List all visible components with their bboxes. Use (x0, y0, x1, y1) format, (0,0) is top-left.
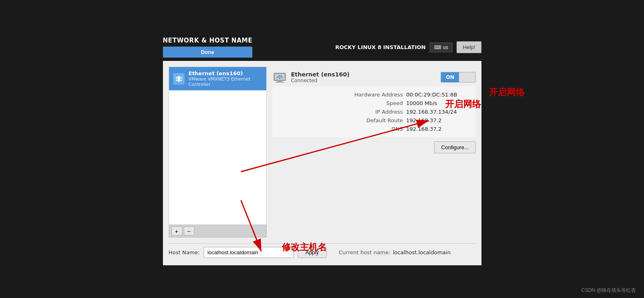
dns-label: DNS (392, 126, 403, 132)
svg-rect-7 (276, 82, 284, 83)
remove-button[interactable]: − (184, 226, 194, 235)
current-hostname-area: Current host name: localhost.localdomain (339, 249, 451, 255)
enable-network-text: 开启网络 (489, 87, 525, 97)
rocky-title: ROCKY LINUX 8 INSTALLATION (335, 44, 426, 50)
network-item-text: Ethernet (ens160) VMware VMXNET3 Etherne… (189, 70, 262, 87)
detail-row-dns: DNS 192.168.37.2 (272, 125, 476, 133)
hardware-label: Hardware Address (354, 92, 403, 98)
device-icon (272, 70, 287, 85)
help-button[interactable]: Help! (457, 41, 481, 53)
network-area: Ethernet (ens160) VMware VMXNET3 Etherne… (169, 67, 476, 238)
current-hostname-label: Current host name: (339, 249, 390, 255)
hostname-label: Host Name: (169, 249, 200, 255)
header: NETWORK & HOST NAME Done ROCKY LINUX 8 I… (163, 33, 481, 61)
hostname-input[interactable] (204, 247, 294, 258)
toggle-on-label: ON (441, 72, 459, 82)
device-details: Hardware Address 00:0C:29:DC:51:8B Speed… (272, 86, 476, 137)
header-right: ROCKY LINUX 8 INSTALLATION ⌨ us Help! (335, 41, 481, 53)
speed-label: Speed (386, 100, 403, 106)
device-name-block: Ethernet (ens160) Connected (291, 71, 350, 83)
device-info-left: Ethernet (ens160) Connected (272, 70, 350, 85)
page-title: NETWORK & HOST NAME (163, 37, 252, 44)
current-hostname-value: localhost.localdomain (393, 249, 450, 255)
device-name: Ethernet (ens160) (291, 71, 350, 78)
network-item-desc: VMware VMXNET3 Ethernet Controller (189, 76, 262, 87)
configure-button[interactable]: Configure... (434, 141, 475, 153)
network-item-name: Ethernet (ens160) (189, 70, 262, 76)
ip-value: 192.168.37.134/24 (406, 109, 472, 115)
watermark: CSDN @骑在墙头等红杏 (581, 287, 636, 294)
svg-rect-6 (277, 81, 282, 82)
toggle-off-label (459, 72, 475, 82)
dns-value: 192.168.37.2 (406, 126, 472, 132)
content-panel: Ethernet (ens160) VMware VMXNET3 Etherne… (163, 61, 481, 265)
speed-value: 10000 Mb/s (406, 100, 472, 106)
list-controls: + − (169, 225, 267, 238)
network-toggle[interactable]: ON (441, 72, 476, 83)
left-panel: Ethernet (ens160) VMware VMXNET3 Etherne… (169, 67, 267, 238)
device-header: Ethernet (ens160) Connected ON (272, 67, 476, 86)
detail-row-ip: IP Address 192.168.37.134/24 (272, 108, 476, 116)
detail-row-hardware: Hardware Address 00:0C:29:DC:51:8B (272, 90, 476, 99)
ip-label: IP Address (375, 109, 403, 115)
enable-network-annotation: 开启网络 (489, 86, 525, 99)
hostname-area: Host Name: Apply Current host name: loca… (169, 243, 476, 260)
keyboard-icon: ⌨ (434, 45, 441, 50)
device-status: Connected (291, 78, 350, 83)
hardware-value: 00:0C:29:DC:51:8B (406, 92, 472, 98)
network-item[interactable]: Ethernet (ens160) VMware VMXNET3 Etherne… (169, 67, 266, 90)
add-button[interactable]: + (172, 226, 182, 235)
route-label: Default Route (366, 117, 403, 123)
keyboard-button[interactable]: ⌨ us (430, 43, 452, 52)
apply-button[interactable]: Apply (298, 247, 327, 258)
detail-row-speed: Speed 10000 Mb/s (272, 99, 476, 108)
configure-area: Configure... (272, 137, 476, 153)
done-button[interactable]: Done (163, 47, 252, 58)
right-panel: Ethernet (ens160) Connected ON Hardware … (272, 67, 476, 238)
svg-rect-3 (178, 76, 180, 82)
ethernet-icon (173, 73, 185, 85)
route-value: 192.168.37.2 (406, 117, 472, 123)
svg-point-8 (279, 77, 281, 79)
header-left: NETWORK & HOST NAME Done (163, 37, 252, 58)
keyboard-label: us (443, 45, 448, 50)
detail-row-route: Default Route 192.168.37.2 (272, 116, 476, 125)
network-list: Ethernet (ens160) VMware VMXNET3 Etherne… (169, 67, 267, 225)
